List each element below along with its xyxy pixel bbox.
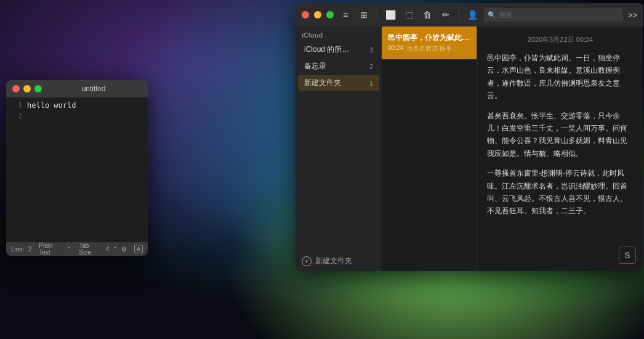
status-tab-size: 4 bbox=[105, 246, 109, 253]
search-icon: 🔍 bbox=[488, 11, 496, 19]
status-line-num: 2 bbox=[28, 246, 32, 253]
notes-list: 邑中园亭，仆皆为赋此… 00:24 邑奂名着克·怅平… bbox=[382, 27, 477, 271]
toolbar-list-icon[interactable]: ≡ bbox=[339, 8, 352, 22]
status-arrows[interactable]: ⌃ bbox=[66, 246, 71, 252]
sidebar-item-new-folder[interactable]: 新建文件夹 1 bbox=[298, 75, 379, 91]
sidebar-new-folder-count: 1 bbox=[369, 80, 373, 87]
note-item-title-0: 邑中园亭，仆皆为赋此… bbox=[388, 33, 470, 43]
note-detail: 2020年5月22日 00:24 邑中园亭，仆皆为赋此词。一日，独坐停云，水声山… bbox=[477, 27, 643, 271]
toolbar-pane-icon[interactable]: ⬜ bbox=[384, 8, 397, 22]
status-line-label: Line: bbox=[11, 246, 25, 253]
toolbar-sep2 bbox=[459, 10, 459, 20]
textedit-statusbar: Line: 2 Plain Text ⌃ Tab Size: 4 ⌃ ⚙ A bbox=[6, 242, 148, 256]
note-detail-para-0: 邑中园亭，仆皆为赋此词。一日，独坐停云，水声山色，良来相媒。意溪山数握例者，遂作… bbox=[487, 52, 634, 102]
toolbar-share-icon[interactable]: 👤 bbox=[465, 8, 479, 22]
sidebar-beiwanglu-label: 备忘录 bbox=[304, 61, 367, 71]
status-plain-text: Plain Text bbox=[39, 242, 63, 256]
sidebar-item-beiwanglu[interactable]: 备忘录 2 bbox=[298, 59, 379, 74]
note-item-preview-0: 邑奂名着克·怅平… bbox=[407, 44, 458, 53]
note-detail-para-2: 一尊搔首东窗里·想渊明·停云诗就，此时风味。江左沉酣求名者，岂识浊醪妙理。回首叫… bbox=[487, 167, 634, 218]
textedit-title: untitled bbox=[46, 84, 142, 93]
new-folder-button[interactable]: + 新建文件夹 bbox=[296, 251, 382, 271]
notes-toolbar: ≡ ⊞ ⬜ ⬚ 🗑 ✏ 👤 🔍 搜索 >> bbox=[296, 3, 643, 27]
search-placeholder: 搜索 bbox=[499, 10, 512, 20]
note-item-0[interactable]: 邑中园亭，仆皆为赋此… 00:24 邑奂名着克·怅平… bbox=[382, 27, 477, 60]
status-tab-label: Tab Size: bbox=[79, 242, 102, 256]
new-folder-label: 新建文件夹 bbox=[315, 256, 352, 266]
notes-body: iCloud iCloud 的所… 3 备忘录 2 新建文件夹 1 + 新建文件… bbox=[296, 27, 643, 271]
toolbar-compose-icon[interactable]: ✏ bbox=[439, 8, 453, 22]
sidebar-section-label: iCloud bbox=[296, 27, 382, 41]
line-text-1: hello world bbox=[27, 100, 76, 111]
note-s-badge: S bbox=[619, 247, 636, 264]
textedit-close-button[interactable] bbox=[12, 85, 20, 92]
notes-minimize-button[interactable] bbox=[314, 11, 321, 18]
toolbar-sep1 bbox=[377, 10, 377, 20]
status-right: A bbox=[134, 245, 143, 253]
notes-window: ≡ ⊞ ⬜ ⬚ 🗑 ✏ 👤 🔍 搜索 >> iCloud iCloud 的所… … bbox=[296, 3, 643, 271]
status-tab-arrows[interactable]: ⌃ bbox=[113, 246, 118, 252]
textedit-content: 1 hello world 2 bbox=[6, 97, 148, 242]
sidebar-new-folder-label: 新建文件夹 bbox=[304, 78, 367, 88]
notes-maximize-button[interactable] bbox=[326, 11, 334, 18]
toolbar-split-icon[interactable]: ⬚ bbox=[402, 8, 416, 22]
line-num-1: 1 bbox=[11, 100, 22, 111]
line-num-2: 2 bbox=[11, 111, 22, 122]
note-detail-date: 2020年5月22日 00:24 bbox=[487, 35, 634, 44]
sidebar-icloud-count: 3 bbox=[369, 46, 373, 54]
note-detail-content: 邑中园亭，仆皆为赋此词。一日，独坐停云，水声山色，良来相媒。意溪山数握例者，遂作… bbox=[487, 52, 634, 218]
textedit-titlebar: untitled bbox=[6, 80, 148, 97]
status-gear[interactable]: ⚙ bbox=[121, 246, 127, 253]
notes-sidebar: iCloud iCloud 的所… 3 备忘录 2 新建文件夹 1 + 新建文件… bbox=[296, 27, 382, 271]
search-box[interactable]: 🔍 搜索 bbox=[484, 8, 623, 22]
line-2: 2 bbox=[11, 111, 143, 122]
toolbar-grid-icon[interactable]: ⊞ bbox=[357, 8, 371, 22]
note-item-meta-0: 00:24 邑奂名着克·怅平… bbox=[388, 44, 470, 53]
note-item-time-0: 00:24 bbox=[388, 44, 403, 53]
line-1: 1 hello world bbox=[11, 100, 143, 111]
toolbar-more-button[interactable]: >> bbox=[628, 10, 637, 20]
textedit-window: untitled 1 hello world 2 Line: 2 Plain T… bbox=[6, 80, 148, 256]
status-a-badge[interactable]: A bbox=[134, 245, 143, 253]
sidebar-icloud-label: iCloud 的所… bbox=[304, 44, 367, 55]
textedit-minimize-button[interactable] bbox=[23, 85, 31, 92]
notes-close-button[interactable] bbox=[302, 11, 309, 18]
sidebar-beiwanglu-count: 2 bbox=[369, 63, 373, 70]
note-detail-footer: S bbox=[619, 247, 636, 264]
textedit-maximize-button[interactable] bbox=[34, 85, 42, 92]
sidebar-item-icloud[interactable]: iCloud 的所… 3 bbox=[298, 42, 379, 57]
toolbar-delete-icon[interactable]: 🗑 bbox=[421, 8, 434, 22]
note-detail-para-1: 甚矣吾衰矣。怅平生、交游零落，只今余几！白发空垂三千丈，一笑人间万事。问何物、能… bbox=[487, 110, 634, 160]
plus-icon: + bbox=[302, 256, 312, 266]
